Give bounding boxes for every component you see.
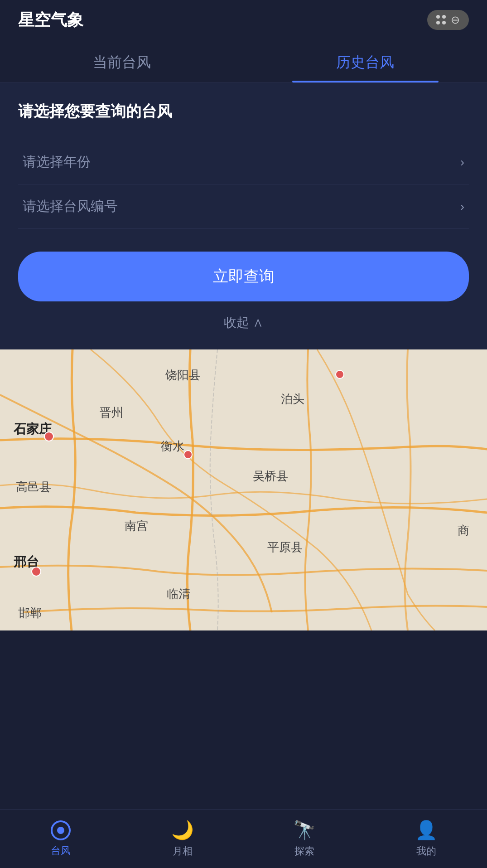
nav-label-mine: 我的 <box>416 844 436 858</box>
svg-text:邯郸: 邯郸 <box>18 606 42 620</box>
moon-icon: 🌙 <box>171 820 194 841</box>
nav-label-moon: 月相 <box>173 844 193 858</box>
minus-icon: ⊖ <box>451 15 460 25</box>
svg-point-6 <box>336 370 344 378</box>
nav-item-typhoon[interactable]: 台风 <box>0 810 122 868</box>
bottom-nav: 台风 🌙 月相 🔭 探索 👤 我的 <box>0 809 487 868</box>
svg-point-13 <box>32 567 41 576</box>
svg-text:南宫: 南宫 <box>125 519 148 533</box>
dots-icon <box>436 15 446 25</box>
svg-text:吴桥县: 吴桥县 <box>253 469 288 483</box>
svg-text:晋州: 晋州 <box>100 406 123 419</box>
svg-text:平原县: 平原县 <box>267 540 303 554</box>
svg-rect-0 <box>0 349 487 630</box>
nav-item-moon[interactable]: 🌙 月相 <box>122 810 244 868</box>
collapse-row[interactable]: 收起 ∧ <box>18 301 469 336</box>
nav-label-typhoon: 台风 <box>51 844 71 858</box>
svg-text:临清: 临清 <box>167 587 190 601</box>
tab-bar: 当前台风 历史台风 <box>0 40 487 83</box>
svg-text:衡水: 衡水 <box>161 439 184 453</box>
svg-text:高邑县: 高邑县 <box>16 480 51 494</box>
app-title: 星空气象 <box>18 9 83 31</box>
tab-history-typhoon[interactable]: 历史台风 <box>244 40 487 82</box>
map-svg: 石家庄 晋州 饶阳县 泊头 衡水 高邑县 吴桥县 南宫 邢台 平原县 临清 邯郸… <box>0 349 487 630</box>
svg-text:饶阳县: 饶阳县 <box>165 368 201 382</box>
svg-point-8 <box>184 451 192 459</box>
header-menu-button[interactable]: ⊖ <box>427 10 469 30</box>
year-chevron-icon: › <box>460 155 464 170</box>
svg-point-2 <box>44 432 53 441</box>
explore-icon: 🔭 <box>293 820 316 841</box>
svg-text:泊头: 泊头 <box>281 392 304 406</box>
user-icon: 👤 <box>415 820 438 841</box>
tab-current-typhoon[interactable]: 当前台风 <box>0 40 244 82</box>
header: 星空气象 ⊖ <box>0 0 487 40</box>
number-chevron-icon: › <box>460 199 464 214</box>
panel-title: 请选择您要查询的台风 <box>18 101 469 122</box>
typhoon-icon <box>51 820 71 840</box>
nav-label-explore: 探索 <box>294 844 314 858</box>
map-area[interactable]: 石家庄 晋州 饶阳县 泊头 衡水 高邑县 吴桥县 南宫 邢台 平原县 临清 邯郸… <box>0 349 487 630</box>
year-select-label: 请选择年份 <box>23 153 91 171</box>
query-button[interactable]: 立即查询 <box>18 252 469 301</box>
nav-item-mine[interactable]: 👤 我的 <box>365 810 487 868</box>
number-select-row[interactable]: 请选择台风编号 › <box>18 184 469 229</box>
nav-item-explore[interactable]: 🔭 探索 <box>244 810 366 868</box>
year-select-row[interactable]: 请选择年份 › <box>18 140 469 184</box>
number-select-label: 请选择台风编号 <box>23 197 118 216</box>
svg-text:商: 商 <box>458 524 469 537</box>
svg-point-18 <box>57 827 64 834</box>
control-panel: 请选择您要查询的台风 请选择年份 › 请选择台风编号 › 立即查询 收起 ∧ <box>0 83 487 349</box>
